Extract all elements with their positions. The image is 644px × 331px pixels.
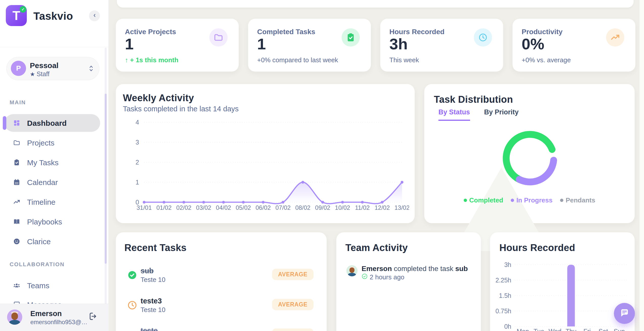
folder-icon xyxy=(13,139,20,146)
stat-card-active-projects: Active Projects 1 ↑ + 1s this month xyxy=(116,19,239,72)
clock-icon xyxy=(127,300,137,310)
svg-text:4: 4 xyxy=(136,119,139,126)
trending-line-icon xyxy=(13,198,20,205)
sidebar-collapse-button[interactable] xyxy=(89,10,100,21)
chart-legend: Completed In Progress Pendants xyxy=(424,196,635,204)
task-row[interactable]: sub Teste 10 AVERAGE xyxy=(116,267,327,284)
sidebar-item-label: Playbooks xyxy=(27,218,62,226)
stat-card-productivity: Productivity 0% +0% vs. average xyxy=(513,19,635,72)
weekly-activity-chart: 0123431/0101/0202/0203/0204/0205/0206/02… xyxy=(126,116,409,213)
svg-text:31/01: 31/01 xyxy=(137,204,152,211)
dashboard-icon xyxy=(13,119,20,127)
stat-card-hours-recorded: Hours Recorded 3h This week xyxy=(380,19,503,72)
panel-title: Weekly Activity xyxy=(123,93,194,104)
tab-by-priority[interactable]: By Priority xyxy=(484,108,519,121)
star-icon: ★ xyxy=(30,71,35,77)
task-distribution-tabs: By Status By Priority xyxy=(438,108,519,121)
hours-recorded-panel: Hours Recorded 3h2.25h1.5h0.75h0hMonTueW… xyxy=(490,232,635,331)
chevron-left-icon xyxy=(92,13,97,19)
clock-icon xyxy=(474,28,492,47)
task-distribution-donut xyxy=(492,120,568,197)
legend-item-in-progress[interactable]: In Progress xyxy=(511,196,552,204)
sidebar-scrollbar[interactable] xyxy=(105,48,107,331)
workspace-role: ★Staff xyxy=(30,70,50,78)
calendar-icon xyxy=(13,179,20,186)
legend-dot xyxy=(560,199,563,202)
svg-text:04/02: 04/02 xyxy=(216,204,231,211)
workspace-avatar: P xyxy=(11,61,26,76)
panel-title: Hours Recorded xyxy=(499,242,575,253)
sidebar-item-projects[interactable]: Projects xyxy=(0,134,109,152)
sidebar-item-clarice[interactable]: Clarice xyxy=(0,233,109,250)
stat-value: 0% xyxy=(522,35,544,53)
svg-text:02/02: 02/02 xyxy=(176,204,191,211)
legend-item-pendants[interactable]: Pendants xyxy=(560,196,595,204)
priority-badge: AVERAGE xyxy=(272,299,314,310)
sidebar-item-label: Projects xyxy=(27,139,54,147)
weekly-activity-panel: Weekly Activity Tasks completed in the l… xyxy=(116,84,415,223)
svg-text:1.5h: 1.5h xyxy=(499,292,511,299)
activity-text: Emerson completed the task sub xyxy=(362,265,468,273)
app-title: Taskvio xyxy=(33,10,73,22)
panel-subtitle: Tasks completed in the last 14 days xyxy=(123,105,239,113)
chat-fab-button[interactable] xyxy=(614,303,635,324)
tab-by-status[interactable]: By Status xyxy=(438,108,470,121)
svg-text:03/02: 03/02 xyxy=(196,204,211,211)
sidebar-item-dashboard[interactable]: Dashboard xyxy=(0,114,109,132)
stat-note: ↑ + 1s this month xyxy=(125,56,179,64)
svg-text:05/02: 05/02 xyxy=(236,204,251,211)
sidebar-item-calendar[interactable]: Calendar xyxy=(0,173,109,191)
user-name: Emerson xyxy=(30,309,62,318)
stat-note: This week xyxy=(389,56,419,64)
svg-text:Fri: Fri xyxy=(583,328,591,331)
svg-text:12/02: 12/02 xyxy=(375,204,390,211)
task-name: teste xyxy=(141,326,158,331)
sidebar-item-playbooks[interactable]: Playbooks xyxy=(0,213,109,231)
trending-up-icon xyxy=(606,28,624,47)
workspace-selector[interactable]: P Pessoal ★Staff xyxy=(6,57,99,80)
panel-title: Task Distribution xyxy=(434,94,513,105)
task-name: sub xyxy=(141,267,154,275)
clipboard-check-icon xyxy=(13,159,20,166)
page-scrollbar[interactable] xyxy=(639,0,644,331)
dashboard-page: T ✓ Taskvio P Pessoal ★Staff MAIN Das xyxy=(0,0,644,331)
svg-text:07/02: 07/02 xyxy=(275,204,291,211)
sidebar-item-my-tasks[interactable]: My Tasks xyxy=(0,154,109,171)
sidebar: T ✓ Taskvio P Pessoal ★Staff MAIN Das xyxy=(0,0,109,331)
svg-text:13/02: 13/02 xyxy=(394,204,409,211)
svg-text:2: 2 xyxy=(136,159,139,166)
task-row[interactable]: teste AVERAGE xyxy=(116,326,327,331)
sidebar-item-teams[interactable]: Teams xyxy=(0,277,109,294)
clipboard-check-icon xyxy=(342,28,360,47)
svg-text:Sat: Sat xyxy=(598,328,608,331)
logout-icon xyxy=(88,318,98,322)
legend-dot xyxy=(464,199,467,202)
assistant-face-icon xyxy=(13,238,20,245)
logout-button[interactable] xyxy=(88,312,99,322)
chevron-up-down-icon xyxy=(89,65,94,73)
sidebar-item-timeline[interactable]: Timeline xyxy=(0,193,109,211)
svg-text:Sun: Sun xyxy=(614,328,625,331)
sidebar-item-label: Timeline xyxy=(27,198,55,206)
svg-text:2.25h: 2.25h xyxy=(495,277,511,284)
task-project: Teste 10 xyxy=(141,276,165,284)
priority-badge: AVERAGE xyxy=(272,269,314,280)
recent-tasks-panel: Recent Tasks sub Teste 10 AVERAGE teste3… xyxy=(116,232,327,331)
user-email: emersonfilho953@gma… xyxy=(30,319,88,326)
activity-time: 2 hours ago xyxy=(362,273,404,281)
legend-dot xyxy=(511,199,514,202)
hours-recorded-chart: 3h2.25h1.5h0.75h0hMonTueWedThuFriSatSun xyxy=(495,261,632,331)
svg-text:Wed: Wed xyxy=(548,328,561,331)
task-project: Teste 10 xyxy=(141,306,165,314)
stat-card-completed-tasks: Completed Tasks 1 +0% compared to last w… xyxy=(248,19,371,72)
svg-text:08/02: 08/02 xyxy=(295,204,310,211)
workspace-name: Pessoal xyxy=(30,61,58,70)
sidebar-item-label: Calendar xyxy=(27,178,58,187)
svg-text:01/02: 01/02 xyxy=(156,204,171,211)
legend-item-completed[interactable]: Completed xyxy=(464,196,503,204)
users-group-icon xyxy=(13,282,20,289)
task-row[interactable]: teste3 Teste 10 AVERAGE xyxy=(116,297,327,315)
sidebar-item-label: Clarice xyxy=(27,237,51,246)
svg-text:0.75h: 0.75h xyxy=(495,307,511,315)
chat-bubble-icon xyxy=(619,308,630,319)
